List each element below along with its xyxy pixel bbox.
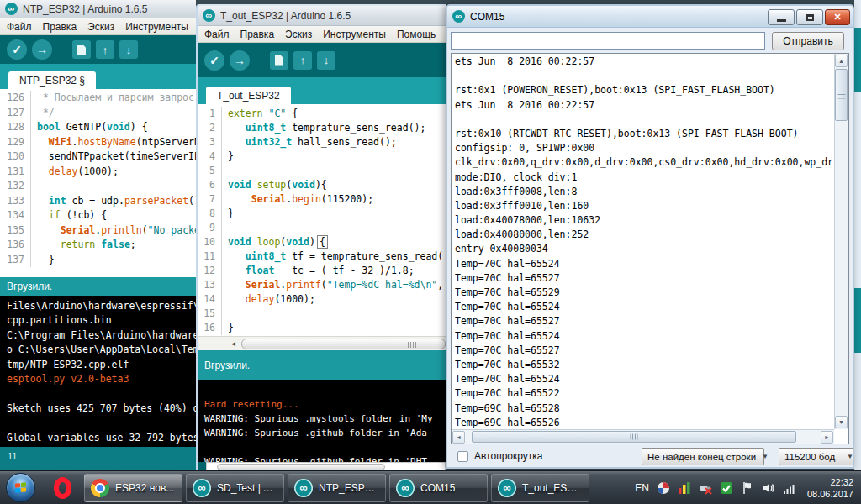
verify-button[interactable]: ✓ xyxy=(7,39,27,60)
taskbar-button-esp32-нов[interactable]: ESP32 нов... xyxy=(84,474,182,502)
code-text: delay(1000); xyxy=(30,165,196,180)
flag-icon[interactable] xyxy=(741,481,754,495)
scrollbar-thumb[interactable] xyxy=(217,464,385,470)
update-check-icon[interactable] xyxy=(720,481,733,495)
horizontal-scrollbar[interactable]: ◄ ► xyxy=(452,429,834,444)
scroll-up-icon[interactable]: ▲ xyxy=(835,55,848,67)
line-number: 14 xyxy=(198,292,221,307)
editor-horizontal-scrollbar[interactable]: ◄ xyxy=(198,336,446,350)
volume-icon[interactable] xyxy=(762,481,775,495)
baud-rate-dropdown[interactable]: 115200 бод ▼ xyxy=(779,448,854,465)
taskbar-button-ntp-esp32[interactable]: ∞NTP_ESP32... xyxy=(288,474,386,502)
open-button[interactable]: ↑ xyxy=(96,40,114,59)
menu-правка[interactable]: Правка xyxy=(240,29,275,40)
titlebar[interactable]: ∞ NTP_ESP32 | Arduino 1.6.5 xyxy=(0,0,196,18)
taskbar-button-sd-test-a[interactable]: ∞SD_Test | A... xyxy=(186,474,284,502)
minimize-button[interactable] xyxy=(768,9,795,25)
save-button[interactable]: ↓ xyxy=(317,51,335,70)
menu-эскиз[interactable]: Эскиз xyxy=(87,21,114,33)
taskbar-button-t-out-esp3[interactable]: ∞T_out_ESP3... xyxy=(491,474,589,502)
status-text: Вгрузили. xyxy=(7,281,52,292)
network-icon[interactable] xyxy=(783,481,796,495)
vertical-scrollbar[interactable]: ▲ ▼ xyxy=(834,54,848,429)
code-line: 16} xyxy=(198,321,446,335)
line-number: 134 xyxy=(0,208,30,223)
toolbar: ✓ → ↑ ↓ xyxy=(0,35,196,64)
autoscroll-checkbox[interactable] xyxy=(457,451,468,462)
status-bar: Вгрузили. xyxy=(198,350,446,380)
cursor-line-indicator: 11 xyxy=(8,451,17,461)
upload-button[interactable]: → xyxy=(32,39,52,60)
menu-инструменты[interactable]: Инструменты xyxy=(125,21,188,33)
window-title: NTP_ESP32 | Arduino 1.6.5 xyxy=(23,3,148,15)
status-bar: Вгрузили. xyxy=(0,277,196,296)
console-line: Global variables use 32 792 bytes xyxy=(7,431,189,445)
line-number: 7 xyxy=(198,192,221,207)
line-number: 12 xyxy=(198,264,221,278)
scrollbar-thumb[interactable] xyxy=(472,431,796,443)
scroll-left-icon[interactable]: ◄ xyxy=(228,339,239,349)
scrollbar-thumb[interactable] xyxy=(835,69,848,121)
scrollbar-thumb[interactable] xyxy=(241,339,446,349)
serial-line: Temp=70C hal=65524 xyxy=(455,300,832,314)
upload-button[interactable]: → xyxy=(230,50,250,71)
open-button[interactable]: ↑ xyxy=(293,51,312,70)
code-editor[interactable]: 1extern "C" {2 uint8_t temprature_sens_r… xyxy=(198,104,446,336)
background-window-strip xyxy=(854,28,861,92)
save-button[interactable]: ↓ xyxy=(119,40,138,59)
code-text: void loop(void){ xyxy=(221,235,446,249)
code-editor[interactable]: 126 * Посылаем и парсим запрос127 */128b… xyxy=(0,89,196,277)
opera-icon[interactable] xyxy=(54,477,71,499)
serial-input[interactable] xyxy=(451,32,765,50)
scrollbar-grip-icon xyxy=(408,342,416,348)
start-button[interactable] xyxy=(6,473,35,502)
send-button[interactable]: Отправить xyxy=(772,32,844,50)
build-console[interactable]: Hard resetting...WARNING: Spurious .myst… xyxy=(198,380,446,462)
line-number: 2 xyxy=(198,121,221,135)
serial-line: rst:0x1 (POWERON_RESET),boot:0x13 (SPI_F… xyxy=(455,83,832,97)
tab-ntp-esp32[interactable]: NTP_ESP32 § xyxy=(8,71,96,89)
menu-файл[interactable]: Файл xyxy=(7,21,32,33)
task-buttons: ESP32 нов...∞SD_Test | A...∞NTP_ESP32...… xyxy=(84,474,589,502)
code-text: Serial.printf("Temp=%dC hal=%d\n", xyxy=(221,278,446,292)
menu-файл[interactable]: Файл xyxy=(204,29,230,40)
tab-t-out-esp32[interactable]: T_out_ESP32 xyxy=(206,87,291,104)
line-number: 130 xyxy=(0,150,30,165)
scroll-right-icon[interactable]: ► xyxy=(821,431,833,444)
serial-line: ets Jun 8 2016 00:22:57 xyxy=(455,98,832,113)
serial-output-area[interactable]: ets Jun 8 2016 00:22:57 rst:0x1 (POWERON… xyxy=(451,53,849,444)
chart-icon[interactable] xyxy=(678,481,691,495)
console-horizontal-scrollbar[interactable] xyxy=(206,462,446,470)
verify-button[interactable]: ✓ xyxy=(204,50,224,71)
restore-button[interactable] xyxy=(796,9,823,25)
titlebar[interactable]: ∞ T_out_ESP32 | Arduino 1.6.5 xyxy=(198,6,446,26)
code-text: } xyxy=(221,150,446,164)
close-button[interactable]: ✕ xyxy=(825,9,850,25)
taskbar-clock[interactable]: 22:32 08.06.2017 xyxy=(804,476,857,500)
code-text: Serial.begin(115200); xyxy=(221,192,446,207)
serial-output-text: ets Jun 8 2016 00:22:57 rst:0x1 (POWERON… xyxy=(455,55,832,428)
background-window-strip xyxy=(854,353,861,470)
scroll-down-icon[interactable]: ▼ xyxy=(835,416,848,428)
menu-правка[interactable]: Правка xyxy=(43,21,77,33)
titlebar[interactable]: ∞ COM15 ✕ xyxy=(447,6,853,28)
task-label: T_out_ESP3... xyxy=(522,482,583,494)
usb-eject-icon[interactable] xyxy=(699,481,712,495)
code-line: 5 xyxy=(198,164,446,178)
menu-эскиз[interactable]: Эскиз xyxy=(285,29,312,40)
swirl-icon[interactable] xyxy=(657,481,670,495)
code-line: 127 */ xyxy=(0,106,196,121)
new-sketch-button[interactable] xyxy=(72,40,91,59)
task-label: SD_Test | A... xyxy=(217,482,277,494)
menu-инструменты[interactable]: Инструменты xyxy=(323,29,386,40)
menubar: ФайлПравкаЭскизИнструментыПомощь xyxy=(0,18,196,35)
new-sketch-button[interactable] xyxy=(270,51,288,70)
scroll-left-icon[interactable]: ◄ xyxy=(452,431,465,444)
system-tray: EN 22:32 08.06.2017 xyxy=(635,476,861,500)
line-ending-dropdown[interactable]: Не найден конец строки ▼ xyxy=(642,448,764,465)
line-number: 136 xyxy=(0,238,30,253)
language-indicator[interactable]: EN xyxy=(635,482,649,494)
taskbar-button-com15[interactable]: ∞COM15 xyxy=(389,474,488,502)
menu-помощь[interactable]: Помощь xyxy=(397,29,436,40)
build-console[interactable]: Files\Arduino\hardware\espressif\cpp.par… xyxy=(0,296,196,447)
